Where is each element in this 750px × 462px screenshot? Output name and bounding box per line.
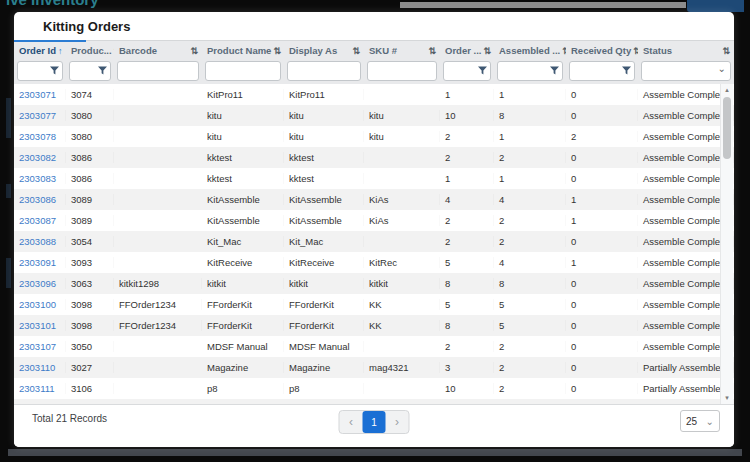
order-id-link[interactable]: 2303071 bbox=[14, 89, 66, 100]
filter-funnel-icon[interactable] bbox=[622, 66, 631, 76]
order-id-link[interactable]: 2303086 bbox=[14, 194, 66, 205]
column-header-product_name[interactable]: Product Name⇅ bbox=[202, 41, 284, 60]
previous-page-button[interactable]: ‹ bbox=[340, 411, 363, 433]
cell-assembled_qty: 2 bbox=[494, 152, 566, 163]
column-header-sku[interactable]: SKU #⇅ bbox=[364, 41, 440, 60]
cell-order_qty: 1 bbox=[440, 173, 494, 184]
column-header-barcode[interactable]: Barcode⇅ bbox=[114, 41, 202, 60]
page-size-select[interactable]: 25 ⌄ bbox=[680, 410, 720, 432]
order-id-link[interactable]: 2303091 bbox=[14, 257, 66, 268]
cell-product_name: KitReceive bbox=[202, 257, 284, 268]
cell-barcode: FFOrder1234 bbox=[114, 320, 202, 331]
column-label: Produc... bbox=[71, 45, 112, 56]
pagination: ‹ 1 › bbox=[339, 410, 410, 434]
cell-product_name: FForderKit bbox=[202, 320, 284, 331]
table-row: 23030913093KitReceiveKitReceiveKitRec541… bbox=[14, 252, 734, 273]
filter-funnel-icon[interactable] bbox=[550, 66, 559, 76]
filter-cell-display_as bbox=[284, 61, 364, 80]
filter-text-input[interactable] bbox=[118, 64, 198, 78]
background-heading-text: ive Inventory bbox=[6, 0, 186, 8]
order-id-link[interactable]: 2303096 bbox=[14, 278, 66, 289]
cell-product_id: 3098 bbox=[66, 320, 114, 331]
cell-product_id: 3074 bbox=[66, 89, 114, 100]
column-label: Order ... bbox=[445, 45, 481, 56]
cell-order_qty: 5 bbox=[440, 257, 494, 268]
order-id-link[interactable]: 2303077 bbox=[14, 110, 66, 121]
cell-display_as: KitReceive bbox=[284, 257, 364, 268]
cell-display_as: kktest bbox=[284, 173, 364, 184]
column-header-status[interactable]: Status⇅ bbox=[638, 41, 734, 60]
table-row: 23031103027MagazineMagazinemag4321320Par… bbox=[14, 357, 734, 378]
vertical-scrollbar[interactable]: ▴ ▾ bbox=[720, 84, 733, 404]
header-row: Order Id↑Produc...⇅Barcode⇅Product Name⇅… bbox=[14, 40, 734, 60]
status-filter-select[interactable]: ⌄ bbox=[641, 61, 731, 81]
cell-display_as: MDSF Manual bbox=[284, 341, 364, 352]
order-id-link[interactable]: 2303111 bbox=[14, 383, 66, 394]
cell-display_as: KitPro11 bbox=[284, 89, 364, 100]
column-header-order_qty[interactable]: Order ...⇅ bbox=[440, 41, 494, 60]
filter-input-sku bbox=[367, 61, 437, 81]
column-header-received_qty[interactable]: Received Qty⇅ bbox=[566, 41, 638, 60]
cell-order_qty: 8 bbox=[440, 320, 494, 331]
column-header-assembled_qty[interactable]: Assembled ...⇅ bbox=[494, 41, 566, 60]
current-page-button[interactable]: 1 bbox=[363, 411, 386, 433]
cell-product_name: Magazine bbox=[202, 362, 284, 373]
filter-text-input[interactable] bbox=[206, 64, 280, 78]
order-id-link[interactable]: 2303083 bbox=[14, 173, 66, 184]
cell-product_id: 3063 bbox=[66, 278, 114, 289]
cell-display_as: FForderKit bbox=[284, 299, 364, 310]
filter-funnel-icon[interactable] bbox=[50, 66, 59, 76]
order-id-link[interactable]: 2303107 bbox=[14, 341, 66, 352]
cell-product_name: kktest bbox=[202, 152, 284, 163]
table-row: 23030863089KitAssembleKitAssembleKiAs441… bbox=[14, 189, 734, 210]
order-id-link[interactable]: 2303087 bbox=[14, 215, 66, 226]
table-row: 23031013098FFOrder1234FForderKitFForderK… bbox=[14, 315, 734, 336]
grid-footer: Total 21 Records ‹ 1 › 25 ⌄ bbox=[14, 404, 734, 447]
column-label: Assembled ... bbox=[499, 45, 560, 56]
cell-product_name: KitAssemble bbox=[202, 194, 284, 205]
sort-icon: ⇅ bbox=[190, 46, 198, 56]
sorted-column-indicator bbox=[14, 40, 86, 42]
filter-input-order_id bbox=[17, 61, 63, 81]
cell-sku: kitu bbox=[364, 110, 440, 121]
filter-cell-product_name bbox=[202, 61, 284, 80]
order-id-link[interactable]: 2303100 bbox=[14, 299, 66, 310]
column-label: SKU # bbox=[369, 45, 397, 56]
cell-received_qty: 0 bbox=[566, 236, 638, 247]
cell-received_qty: 1 bbox=[566, 257, 638, 268]
scrollbar-thumb[interactable] bbox=[723, 97, 731, 159]
order-id-link[interactable]: 2303101 bbox=[14, 320, 66, 331]
scroll-up-icon[interactable]: ▴ bbox=[721, 84, 733, 96]
filter-funnel-icon[interactable] bbox=[98, 66, 107, 76]
cell-order_qty: 5 bbox=[440, 299, 494, 310]
order-id-link[interactable]: 2303088 bbox=[14, 236, 66, 247]
order-id-link[interactable]: 2303078 bbox=[14, 131, 66, 142]
column-label: Status bbox=[643, 45, 672, 56]
cell-order_qty: 10 bbox=[440, 383, 494, 394]
cell-assembled_qty: 2 bbox=[494, 362, 566, 373]
cell-assembled_qty: 2 bbox=[494, 215, 566, 226]
cell-product_id: 3054 bbox=[66, 236, 114, 247]
cell-sku: mag4321 bbox=[364, 362, 440, 373]
filter-funnel-icon[interactable] bbox=[478, 66, 487, 76]
table-row: 23030883054Kit_MacKit_Mac220Assemble Com… bbox=[14, 231, 734, 252]
table-row: 23030773080kitukitukitu1080Assemble Comp… bbox=[14, 105, 734, 126]
filter-cell-barcode bbox=[114, 61, 202, 80]
sort-icon: ⇅ bbox=[483, 46, 491, 56]
page-size-value: 25 bbox=[686, 416, 697, 427]
column-header-order_id[interactable]: Order Id↑ bbox=[14, 41, 66, 60]
column-header-product_id[interactable]: Produc...⇅ bbox=[66, 41, 114, 60]
order-id-link[interactable]: 2303110 bbox=[14, 362, 66, 373]
filter-text-input[interactable] bbox=[288, 64, 360, 78]
cell-display_as: kitu bbox=[284, 110, 364, 121]
cell-sku: kitu bbox=[364, 131, 440, 142]
cell-barcode: kitkit1298 bbox=[114, 278, 202, 289]
next-page-button[interactable]: › bbox=[386, 411, 409, 433]
filter-text-input[interactable] bbox=[368, 64, 436, 78]
scroll-down-icon[interactable]: ▾ bbox=[721, 392, 733, 404]
order-id-link[interactable]: 2303082 bbox=[14, 152, 66, 163]
cell-sku: KiAs bbox=[364, 215, 440, 226]
cell-product_name: kitkit bbox=[202, 278, 284, 289]
cell-order_qty: 10 bbox=[440, 110, 494, 121]
column-header-display_as[interactable]: Display As⇅ bbox=[284, 41, 364, 60]
